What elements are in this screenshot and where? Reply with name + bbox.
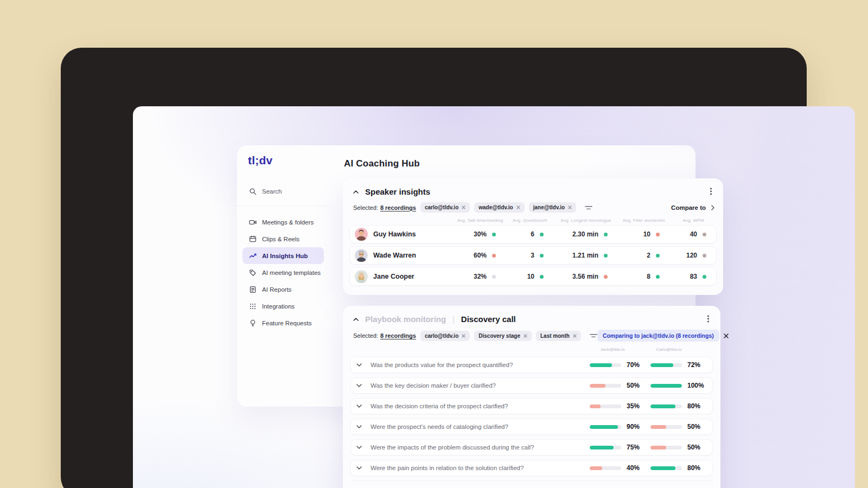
question-row[interactable]: Were the prospect's needs of cataloging …: [350, 419, 713, 435]
panel-title-muted: Playbook monitoring: [365, 314, 446, 324]
close-icon[interactable]: [724, 333, 729, 338]
sidebar-item-ai-reports[interactable]: AI Reports: [242, 281, 324, 298]
status-dot: [703, 254, 706, 258]
chip-label: Discovery stage: [478, 333, 520, 339]
title-separator: |: [452, 315, 455, 324]
metric-value: 32%: [474, 273, 487, 280]
sidebar-item-ai-meeting-templates[interactable]: AI meeting templates: [242, 264, 324, 281]
column-header: Avg. Longest monologue: [554, 218, 618, 223]
sidebar-item-label: Clips & Reels: [262, 236, 299, 242]
sidebar-item-feature-requests[interactable]: Feature Requests: [242, 314, 324, 331]
laptop-screen: tl;dv AI Coaching Hub Search: [133, 106, 855, 488]
chip-label: Last month: [540, 333, 570, 339]
question-row[interactable]: Was the key decision maker / buyer clari…: [350, 377, 713, 394]
status-dot: [604, 275, 608, 279]
question-text: Were the pain points in relation to the …: [368, 465, 586, 471]
insights-chart-icon: [249, 252, 257, 260]
close-icon[interactable]: [524, 334, 527, 338]
percent-value: 72%: [685, 361, 708, 369]
table-row[interactable]: Wade Warren 60% 3 1.21 min 2 120: [349, 246, 717, 265]
metric-value: 30%: [474, 230, 487, 238]
filter-chip-carlo[interactable]: carlo@tldv.io: [420, 331, 470, 341]
sidebar-item-ai-insights-hub[interactable]: AI Insights Hub: [242, 247, 324, 264]
search-input[interactable]: Search: [237, 183, 329, 200]
metric-value: 2.30 min: [572, 230, 598, 238]
status-dot: [492, 233, 496, 236]
status-dot: [540, 233, 544, 236]
page-title: AI Coaching Hub: [344, 158, 420, 169]
chevron-down-icon[interactable]: [356, 466, 365, 470]
comparing-to-chip[interactable]: Comparing to jack@tldv.io (8 recordings): [597, 330, 719, 342]
filter-lines-icon[interactable]: [590, 333, 597, 338]
collapse-chevron-up-icon[interactable]: [353, 190, 359, 194]
question-row[interactable]: Was the products value for the prospect …: [350, 357, 713, 373]
close-icon[interactable]: [568, 206, 572, 209]
chevron-down-icon[interactable]: [356, 425, 365, 428]
filter-chip-wade[interactable]: wade@tldv.io: [474, 202, 524, 213]
table-row[interactable]: Guy Hawkins 30% 6 2.30 min 10 40: [349, 225, 717, 243]
sidebar-item-meetings-folders[interactable]: Meetings & folders: [242, 214, 324, 230]
status-dot: [703, 275, 706, 279]
status-dot: [703, 233, 706, 236]
filter-chip-jane[interactable]: jane@tldv.io: [529, 202, 576, 213]
lightbulb-icon: [249, 319, 257, 327]
question-row[interactable]: Were the impacts of the problem discusse…: [350, 439, 713, 455]
sidebar-item-label: Feature Requests: [262, 320, 311, 326]
comparing-to-label: Comparing to jack@tldv.io (8 recordings): [603, 332, 714, 339]
metric-value: 3: [531, 252, 534, 259]
compare-to-label: Compare to: [671, 204, 706, 211]
selected-recordings-link[interactable]: 8 recordings: [380, 204, 416, 211]
status-dot: [656, 275, 660, 279]
chevron-down-icon[interactable]: [356, 384, 365, 387]
speaker-name: Jane Cooper: [373, 273, 414, 280]
close-icon[interactable]: [516, 206, 520, 209]
sidebar-item-label: AI Insights Hub: [262, 253, 308, 259]
close-icon[interactable]: [462, 206, 465, 209]
metric-value: 3.56 min: [572, 273, 598, 280]
compare-to-button[interactable]: Compare to: [671, 204, 714, 211]
filter-lines-icon[interactable]: [585, 205, 592, 210]
search-label: Search: [262, 188, 282, 195]
close-icon[interactable]: [573, 334, 577, 338]
close-icon[interactable]: [462, 334, 465, 338]
status-dot: [604, 233, 608, 236]
speaker-insights-panel: Speaker insights Selected: 8 recordings …: [343, 178, 723, 295]
comparison-column-headers: Jack@tldv.io Carlo@tldv.io: [343, 347, 720, 354]
progress-bar: [590, 466, 621, 470]
column-header: Carlo@tldv.io: [650, 347, 688, 352]
metric-value: 40: [690, 230, 697, 238]
filter-chip-last-month[interactable]: Last month: [536, 331, 581, 341]
sidebar-item-clips-reels[interactable]: Clips & Reels: [242, 230, 324, 247]
question-text: Was the decision criteria of the prospec…: [368, 403, 586, 409]
question-row[interactable]: Was the decision criteria of the prospec…: [350, 398, 713, 414]
chevron-down-icon[interactable]: [356, 363, 365, 367]
filter-chip-carlo[interactable]: carlo@tldv.io: [420, 202, 470, 213]
chevron-down-icon[interactable]: [356, 446, 365, 449]
selected-recordings-link[interactable]: 8 recordings: [380, 332, 416, 339]
kebab-menu-icon[interactable]: [704, 314, 712, 323]
question-text: Was the products value for the prospect …: [368, 362, 586, 368]
film-icon: [249, 235, 257, 243]
chevron-down-icon[interactable]: [356, 404, 365, 408]
grid-dots-icon: [249, 303, 257, 310]
collapse-chevron-up-icon[interactable]: [353, 318, 359, 321]
table-row[interactable]: Jane Cooper 32% 10 3.56 min 8 83: [349, 267, 717, 286]
chip-label: jane@tldv.io: [533, 204, 565, 210]
kebab-menu-icon[interactable]: [707, 187, 714, 196]
metric-value: 10: [527, 273, 534, 280]
progress-bar: [590, 446, 621, 450]
question-row[interactable]: Were the pain points in relation to the …: [350, 460, 713, 476]
filter-chip-discovery-stage[interactable]: Discovery stage: [474, 331, 532, 341]
chip-label: carlo@tldv.io: [425, 204, 458, 210]
status-dot: [492, 254, 496, 258]
add-question-button[interactable]: Add question: [350, 480, 713, 488]
marketing-canvas: tl;dv AI Coaching Hub Search: [0, 0, 868, 488]
percent-value: 35%: [624, 402, 647, 410]
progress-bar: [650, 466, 682, 470]
metric-value: 1.21 min: [572, 252, 598, 259]
avatar: [355, 228, 368, 241]
column-header: Jack@tldv.io: [593, 347, 631, 352]
avatar: [355, 249, 368, 262]
sidebar-item-integrations[interactable]: Integrations: [242, 298, 324, 314]
progress-bar: [650, 363, 682, 367]
